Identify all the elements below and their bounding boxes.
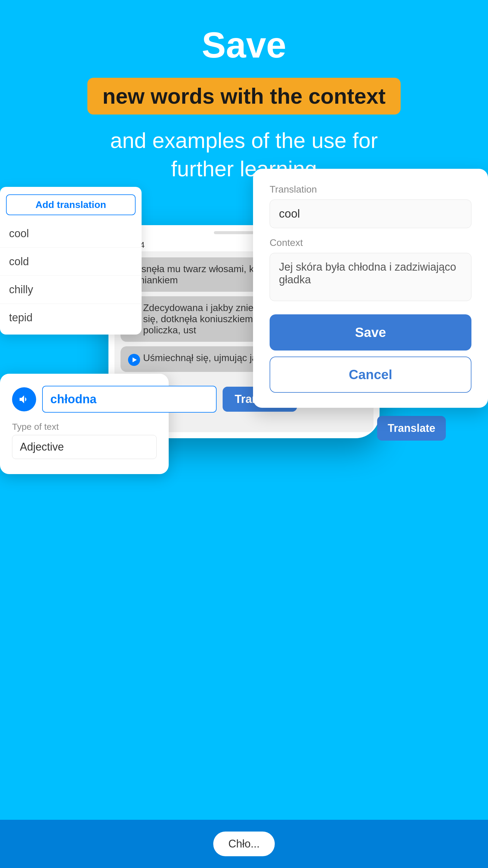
add-translation-button[interactable]: Add translation [6, 194, 135, 215]
main-wrapper: Save new words with the context and exam… [0, 0, 488, 868]
translation-value-input[interactable] [270, 199, 471, 228]
translation-item-cool[interactable]: cool [0, 220, 141, 248]
chat-text-3: Uśmiechnął się, ujmując ją za [143, 352, 270, 364]
context-textarea[interactable]: Jej skóra była chłodna i zadziwiająco gł… [270, 253, 471, 301]
context-label: Context [270, 237, 471, 248]
type-label: Type of text [12, 422, 157, 432]
save-dialog: Translation Context Jej skóra była chłod… [253, 169, 488, 408]
hero-title: Save [18, 24, 470, 66]
translation-item-tepid[interactable]: tepid [0, 304, 141, 332]
bottom-word-chip[interactable]: Chło... [213, 832, 275, 856]
translation-input-row: Translate [12, 386, 157, 412]
highlight-badge: new words with the context [87, 78, 401, 115]
sound-button[interactable] [12, 387, 36, 411]
translation-card: Translate Type of text [0, 374, 169, 474]
bottom-bar: Chło... [0, 820, 488, 868]
translation-item-cold[interactable]: cold [0, 248, 141, 276]
play-icon-2[interactable] [128, 354, 140, 366]
word-input[interactable] [42, 386, 217, 412]
translation-label: Translation [270, 184, 471, 195]
save-button[interactable]: Save [270, 314, 471, 350]
translations-list: Add translation cool cold chilly tepid [0, 187, 141, 335]
type-input[interactable] [12, 435, 157, 459]
phone-translate-btn[interactable]: Translate [377, 416, 446, 441]
translation-item-chilly[interactable]: chilly [0, 276, 141, 304]
cancel-button[interactable]: Cancel [270, 356, 471, 393]
